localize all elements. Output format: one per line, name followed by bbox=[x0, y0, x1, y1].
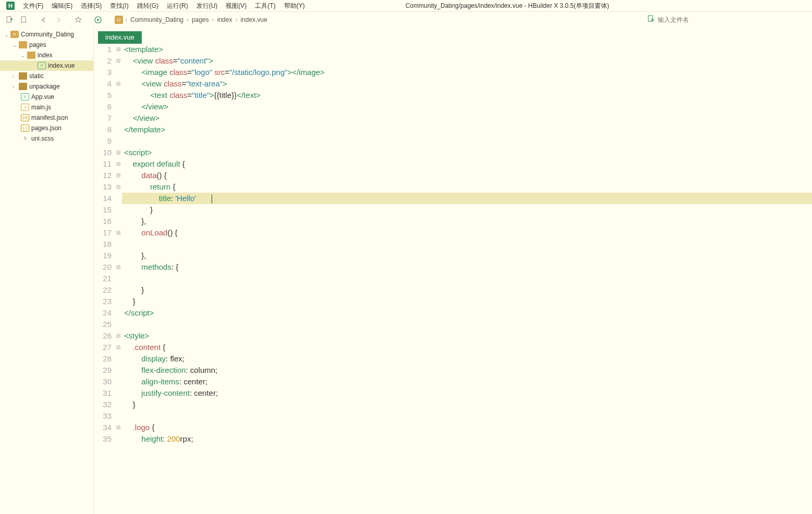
project-icon: U bbox=[115, 16, 123, 24]
back-icon[interactable] bbox=[36, 14, 51, 26]
tree-label: static bbox=[29, 72, 44, 80]
tree-label: unpackage bbox=[29, 83, 60, 90]
menu-select[interactable]: 选择(S) bbox=[77, 1, 106, 11]
tree-file-main-js[interactable]: Jmain.js bbox=[0, 102, 93, 112]
menu-find[interactable]: 查找(I) bbox=[106, 1, 132, 11]
tree-folder-unpackage[interactable]: unpackage bbox=[0, 81, 93, 92]
app-logo: H bbox=[6, 2, 15, 10]
tree-label: index.vue bbox=[48, 62, 75, 69]
json-icon: {o} bbox=[21, 114, 29, 121]
tree-label: Community_Dating bbox=[21, 31, 74, 38]
tree-folder-index[interactable]: index bbox=[0, 50, 93, 60]
window-title: Community_Dating/pages/index/index.vue -… bbox=[309, 2, 810, 10]
tab-index-vue[interactable]: index.vue bbox=[98, 31, 142, 44]
tree-folder-static[interactable]: static bbox=[0, 71, 93, 81]
forward-icon[interactable] bbox=[51, 14, 66, 26]
tree-label: manifest.json bbox=[31, 114, 68, 121]
vue-icon: V bbox=[38, 62, 46, 69]
menu-run[interactable]: 运行(R) bbox=[163, 1, 192, 11]
menu-goto[interactable]: 跳转(G) bbox=[133, 1, 163, 11]
menu-tool[interactable]: 工具(T) bbox=[251, 1, 279, 11]
svg-line-7 bbox=[654, 21, 655, 22]
menu-bar: H 文件(F) 编辑(E) 选择(S) 查找(I) 跳转(G) 运行(R) 发行… bbox=[0, 0, 812, 11]
file-search[interactable] bbox=[643, 15, 810, 24]
tree-file-manifest-json[interactable]: {o}manifest.json bbox=[0, 112, 93, 123]
file-tree: UCommunity_Dating pages index Vindex.vue… bbox=[0, 27, 94, 514]
breadcrumb-item[interactable]: Community_Dating bbox=[128, 16, 186, 23]
folder-icon bbox=[27, 52, 35, 59]
tree-label: index bbox=[38, 52, 53, 59]
search-icon bbox=[647, 15, 655, 24]
menu-publish[interactable]: 发行(U) bbox=[192, 1, 222, 11]
tree-label: pages.json bbox=[31, 124, 61, 132]
menu-view[interactable]: 视图(V) bbox=[222, 1, 251, 11]
svg-rect-0 bbox=[7, 17, 11, 22]
fold-column[interactable]: ⊟⊟⊟⊟⊟⊟⊟⊟⊟⊟⊟⊟ bbox=[115, 44, 122, 514]
line-gutter: 1234567891011121314151617181920212223242… bbox=[94, 44, 115, 514]
menu-file[interactable]: 文件(F) bbox=[19, 1, 47, 11]
json-icon: [ ] bbox=[21, 124, 29, 132]
editor-area: index.vue 123456789101112131415161718192… bbox=[94, 27, 812, 514]
breadcrumb: U › Community_Dating › pages › index › i… bbox=[115, 16, 269, 24]
editor-tabs: index.vue bbox=[94, 27, 812, 44]
menu-help[interactable]: 帮助(Y) bbox=[280, 1, 309, 11]
tree-folder-pages[interactable]: pages bbox=[0, 40, 93, 50]
breadcrumb-item[interactable]: index.vue bbox=[238, 16, 269, 23]
toolbar: U › Community_Dating › pages › index › i… bbox=[0, 11, 812, 27]
folder-icon bbox=[19, 41, 27, 48]
tree-label: main.js bbox=[31, 104, 51, 111]
code-content[interactable]: <template> <view class="content"> <image… bbox=[122, 44, 812, 514]
new-file-icon[interactable] bbox=[2, 14, 17, 26]
menu-edit[interactable]: 编辑(E) bbox=[47, 1, 77, 11]
breadcrumb-item[interactable]: pages bbox=[190, 16, 211, 23]
tree-file-uni-scss[interactable]: ടuni.scss bbox=[0, 133, 93, 144]
js-icon: J bbox=[21, 104, 29, 111]
tree-label: pages bbox=[29, 41, 46, 48]
star-icon[interactable] bbox=[71, 14, 85, 26]
tree-label: uni.scss bbox=[31, 135, 54, 142]
tree-label: App.vue bbox=[31, 93, 54, 101]
folder-icon bbox=[19, 83, 27, 90]
vue-icon: V bbox=[21, 93, 29, 101]
run-icon[interactable] bbox=[91, 14, 105, 26]
scss-icon: ട bbox=[21, 135, 29, 142]
save-icon[interactable] bbox=[17, 14, 31, 26]
tree-file-app-vue[interactable]: VApp.vue bbox=[0, 92, 93, 102]
tree-file-index-vue[interactable]: Vindex.vue bbox=[0, 60, 93, 71]
search-input[interactable] bbox=[658, 16, 806, 23]
svg-rect-3 bbox=[21, 17, 26, 22]
tree-file-pages-json[interactable]: [ ]pages.json bbox=[0, 123, 93, 133]
tree-project-root[interactable]: UCommunity_Dating bbox=[0, 29, 93, 40]
folder-icon bbox=[19, 72, 27, 80]
breadcrumb-item[interactable]: index bbox=[215, 16, 235, 23]
code-editor[interactable]: 1234567891011121314151617181920212223242… bbox=[94, 44, 812, 514]
